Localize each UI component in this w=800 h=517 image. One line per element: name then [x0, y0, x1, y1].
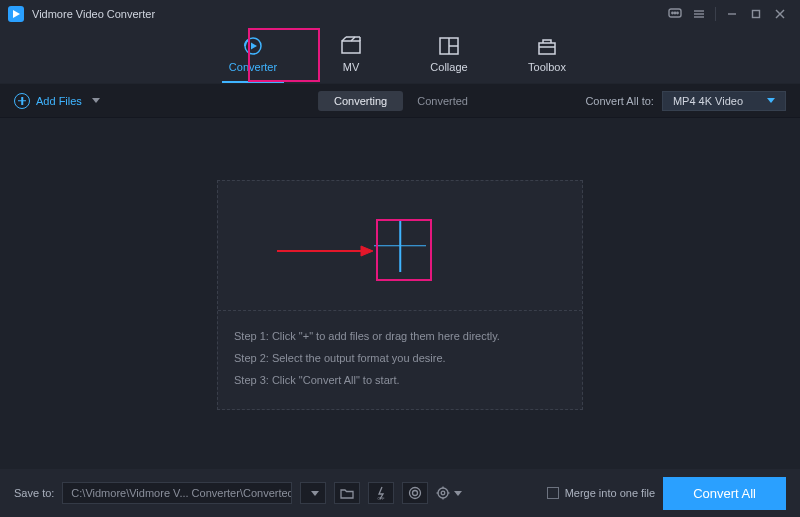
minimize-button[interactable]	[720, 4, 744, 24]
drop-zone-top[interactable]	[218, 181, 582, 311]
svg-marker-0	[13, 10, 20, 18]
path-dropdown-button[interactable]	[300, 482, 326, 504]
tab-converter[interactable]: Converter	[218, 35, 288, 79]
tab-toolbox-label: Toolbox	[528, 61, 566, 73]
open-folder-button[interactable]	[334, 482, 360, 504]
svg-point-2	[672, 12, 673, 13]
chevron-down-icon	[311, 491, 319, 496]
titlebar: Vidmore Video Converter	[0, 0, 800, 28]
mv-icon	[316, 35, 386, 57]
chevron-down-icon	[767, 98, 775, 103]
svg-point-3	[674, 12, 675, 13]
app-title: Vidmore Video Converter	[32, 8, 155, 20]
maximize-button[interactable]	[744, 4, 768, 24]
converted-tab[interactable]: Converted	[403, 91, 482, 111]
output-format-value: MP4 4K Video	[673, 95, 743, 107]
step-1: Step 1: Click "+" to add files or drag t…	[234, 325, 566, 347]
secondary-bar: Add Files Converting Converted Convert A…	[0, 84, 800, 118]
toolbox-icon	[512, 35, 582, 57]
tab-converter-label: Converter	[229, 61, 277, 73]
high-speed-button[interactable]	[402, 482, 428, 504]
tab-mv-label: MV	[343, 61, 360, 73]
tab-toolbox[interactable]: Toolbox	[512, 35, 582, 79]
tab-collage[interactable]: Collage	[414, 35, 484, 79]
step-2: Step 2: Select the output format you des…	[234, 347, 566, 369]
app-logo	[8, 6, 24, 22]
tab-collage-label: Collage	[430, 61, 467, 73]
output-format-select[interactable]: MP4 4K Video	[662, 91, 786, 111]
bottom-bar: Save to: C:\Vidmore\Vidmore V... Convert…	[0, 469, 800, 517]
svg-rect-9	[753, 11, 760, 18]
save-to-label: Save to:	[14, 487, 54, 499]
svg-point-29	[438, 488, 448, 498]
add-files-label: Add Files	[36, 95, 82, 107]
chevron-down-icon	[92, 98, 100, 103]
plus-circle-icon	[14, 93, 30, 109]
add-files-button[interactable]: Add Files	[14, 93, 100, 109]
svg-text:OFF: OFF	[378, 497, 385, 501]
svg-point-28	[413, 491, 418, 496]
svg-point-27	[410, 488, 421, 499]
tab-mv[interactable]: MV	[316, 35, 386, 79]
chevron-down-icon	[454, 491, 462, 496]
settings-button[interactable]	[436, 482, 462, 504]
convert-all-button[interactable]: Convert All	[663, 477, 786, 510]
svg-point-4	[677, 12, 678, 13]
instructions: Step 1: Click "+" to add files or drag t…	[218, 311, 582, 409]
checkbox-icon	[547, 487, 559, 499]
menu-icon[interactable]	[687, 4, 711, 24]
main-area: Step 1: Click "+" to add files or drag t…	[0, 118, 800, 469]
drop-zone[interactable]: Step 1: Click "+" to add files or drag t…	[217, 180, 583, 410]
converting-tab[interactable]: Converting	[318, 91, 403, 111]
main-tabs: Converter MV Collage Toolbox	[0, 28, 800, 84]
close-button[interactable]	[768, 4, 792, 24]
merge-checkbox[interactable]: Merge into one file	[547, 487, 656, 499]
svg-rect-22	[539, 43, 555, 54]
feedback-icon[interactable]	[663, 4, 687, 24]
convert-all-to-label: Convert All to:	[585, 95, 653, 107]
converter-icon	[218, 35, 288, 57]
svg-point-30	[442, 491, 446, 495]
svg-marker-13	[251, 43, 257, 50]
save-path-field[interactable]: C:\Vidmore\Vidmore V... Converter\Conver…	[62, 482, 292, 504]
step-3: Step 3: Click "Convert All" to start.	[234, 369, 566, 391]
collage-icon	[414, 35, 484, 57]
svg-rect-14	[342, 41, 360, 53]
merge-label: Merge into one file	[565, 487, 656, 499]
add-plus-icon[interactable]	[374, 220, 426, 272]
hardware-accel-button[interactable]: OFF	[368, 482, 394, 504]
